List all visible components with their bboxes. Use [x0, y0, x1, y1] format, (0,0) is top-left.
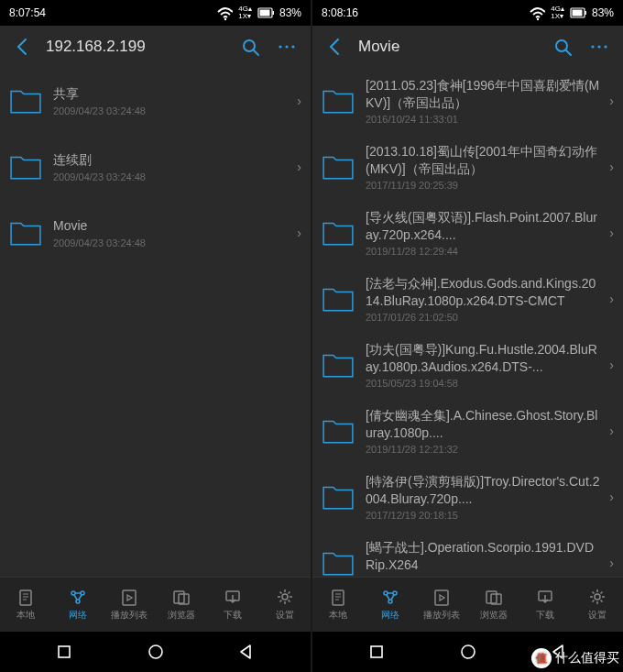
browser-icon — [172, 588, 191, 606]
list-item[interactable]: [2011.05.23]食神[1996年中国喜剧爱情(MKV)]（帝国出品） 2… — [312, 68, 623, 134]
row-title: [功夫(国粤导)]Kung.Fu.Hustle.2004.BluRay.1080… — [366, 341, 602, 374]
chevron-right-icon: › — [602, 160, 614, 174]
battery-icon — [257, 5, 274, 21]
row-text: [2011.05.23]食神[1996年中国喜剧爱情(MKV)]（帝国出品） 2… — [366, 77, 602, 124]
back-button[interactable] — [5, 28, 42, 65]
row-title: 连续剧 — [53, 151, 290, 168]
row-text: [功夫(国粤导)]Kung.Fu.Hustle.2004.BluRay.1080… — [366, 341, 602, 388]
tab-label: 设置 — [276, 609, 294, 622]
list-item[interactable]: [倩女幽魂全集].A.Chinese.Ghost.Story.Bluray.10… — [312, 398, 623, 464]
row-date: 2017/12/19 20:18:15 — [366, 510, 602, 521]
folder-icon — [322, 87, 355, 115]
wifi-icon — [529, 5, 545, 21]
list-item[interactable]: 共享 2009/04/23 03:24:48 › — [0, 68, 311, 134]
list-item[interactable]: [功夫(国粤导)]Kung.Fu.Hustle.2004.BluRay.1080… — [312, 332, 623, 398]
nav-back[interactable] — [219, 638, 274, 666]
tab-label: 设置 — [588, 609, 607, 622]
chevron-right-icon: › — [602, 94, 614, 108]
folder-icon — [322, 285, 355, 313]
browser-icon — [485, 588, 503, 606]
chevron-right-icon: › — [290, 94, 301, 108]
more-button[interactable] — [268, 28, 305, 65]
status-time: 8:08:16 — [322, 6, 358, 19]
list-item[interactable]: Movie 2009/04/23 03:24:48 › — [0, 200, 311, 266]
status-net: 4G▴1X▾ — [238, 6, 252, 20]
status-net: 4G▴1X▾ — [551, 6, 564, 20]
search-button[interactable] — [232, 28, 268, 65]
list-item[interactable]: [蝎子战士].Operation.Scorpio.1991.DVDRip.X26… — [312, 530, 623, 577]
watermark-badge: 值 — [531, 648, 552, 668]
row-title: [倩女幽魂全集].A.Chinese.Ghost.Story.Bluray.10… — [366, 407, 602, 440]
row-date: 2009/04/23 03:24:48 — [53, 105, 290, 116]
tab-label: 网络 — [69, 609, 87, 622]
row-date: 2017/01/26 21:02:50 — [366, 312, 602, 323]
settings-icon — [276, 588, 294, 606]
row-date: 2009/04/23 03:24:48 — [53, 237, 290, 248]
chevron-right-icon: › — [602, 556, 614, 570]
list-item[interactable]: [导火线(国粤双语)].Flash.Point.2007.Bluray.720p… — [312, 200, 623, 266]
tab-label: 浏览器 — [168, 609, 195, 622]
tab-network[interactable]: 网络 — [365, 578, 417, 632]
tab-download[interactable]: 下载 — [207, 578, 259, 632]
row-title: 共享 — [53, 85, 290, 102]
list-item[interactable]: [2013.10.18]蜀山传[2001年中国奇幻动作(MKV)]（帝国出品） … — [312, 134, 623, 200]
tab-local[interactable]: 本地 — [0, 578, 52, 632]
row-date: 2016/10/24 11:33:01 — [366, 114, 602, 125]
tab-label: 播放列表 — [423, 609, 460, 622]
row-title: [特洛伊(导演剪辑版)]Troy.Director's.Cut.2004.Blu… — [366, 473, 602, 506]
chevron-right-icon: › — [602, 226, 614, 240]
row-text: 连续剧 2009/04/23 03:24:48 — [53, 151, 290, 182]
tab-local[interactable]: 本地 — [312, 578, 365, 632]
list-item[interactable]: 连续剧 2009/04/23 03:24:48 › — [0, 134, 311, 200]
tab-label: 本地 — [329, 609, 347, 622]
list-item[interactable]: [特洛伊(导演剪辑版)]Troy.Director's.Cut.2004.Blu… — [312, 464, 623, 530]
folder-icon — [322, 153, 355, 181]
tab-browser[interactable]: 浏览器 — [156, 578, 208, 632]
folder-icon — [322, 483, 355, 511]
chevron-right-icon: › — [602, 292, 614, 306]
search-button[interactable] — [544, 28, 581, 65]
nav-recent[interactable] — [349, 638, 404, 666]
more-button[interactable] — [581, 28, 618, 65]
chevron-right-icon: › — [602, 424, 614, 438]
row-date: 2015/05/23 19:04:58 — [366, 378, 602, 389]
row-title: [2011.05.23]食神[1996年中国喜剧爱情(MKV)]（帝国出品） — [366, 77, 602, 110]
tab-network[interactable]: 网络 — [52, 578, 104, 632]
nav-home[interactable] — [441, 638, 496, 666]
local-icon — [16, 588, 35, 606]
watermark: 值 什么值得买 — [531, 648, 619, 668]
row-text: [导火线(国粤双语)].Flash.Point.2007.Bluray.720p… — [366, 209, 602, 256]
folder-list: 共享 2009/04/23 03:24:48 › 连续剧 2009/04/23 … — [0, 68, 311, 577]
tab-playlist[interactable]: 播放列表 — [416, 578, 468, 632]
playlist-icon — [432, 588, 451, 606]
status-battery: 83% — [592, 6, 614, 19]
tab-playlist[interactable]: 播放列表 — [104, 578, 156, 632]
tab-settings[interactable]: 设置 — [572, 578, 624, 632]
row-text: [蝎子战士].Operation.Scorpio.1991.DVDRip.X26… — [366, 539, 602, 577]
row-title: Movie — [53, 217, 290, 234]
tab-browser[interactable]: 浏览器 — [468, 578, 520, 632]
nav-recent[interactable] — [37, 638, 92, 666]
row-text: 共享 2009/04/23 03:24:48 — [53, 85, 290, 116]
row-text: [特洛伊(导演剪辑版)]Troy.Director's.Cut.2004.Blu… — [366, 473, 602, 520]
app-bar: Movie — [312, 26, 623, 68]
back-button[interactable] — [318, 28, 355, 65]
tab-settings[interactable]: 设置 — [259, 578, 312, 632]
row-date: 2019/11/28 12:21:32 — [366, 444, 602, 455]
android-navbar — [0, 632, 311, 672]
chevron-right-icon: › — [602, 490, 614, 504]
network-icon — [381, 588, 399, 606]
tab-download[interactable]: 下载 — [519, 578, 572, 632]
folder-icon — [9, 219, 42, 247]
settings-icon — [588, 588, 607, 606]
nav-home[interactable] — [128, 638, 183, 666]
folder-icon — [322, 417, 355, 445]
network-icon — [69, 588, 87, 606]
folder-list: [2011.05.23]食神[1996年中国喜剧爱情(MKV)]（帝国出品） 2… — [312, 68, 623, 577]
chevron-right-icon: › — [290, 226, 301, 240]
tab-label: 本地 — [16, 609, 35, 622]
list-item[interactable]: [法老与众神].Exodus.Gods.and.Kings.2014.BluRa… — [312, 266, 623, 332]
row-text: [倩女幽魂全集].A.Chinese.Ghost.Story.Bluray.10… — [366, 407, 602, 454]
tab-label: 播放列表 — [111, 609, 148, 622]
tab-label: 下载 — [224, 609, 242, 622]
